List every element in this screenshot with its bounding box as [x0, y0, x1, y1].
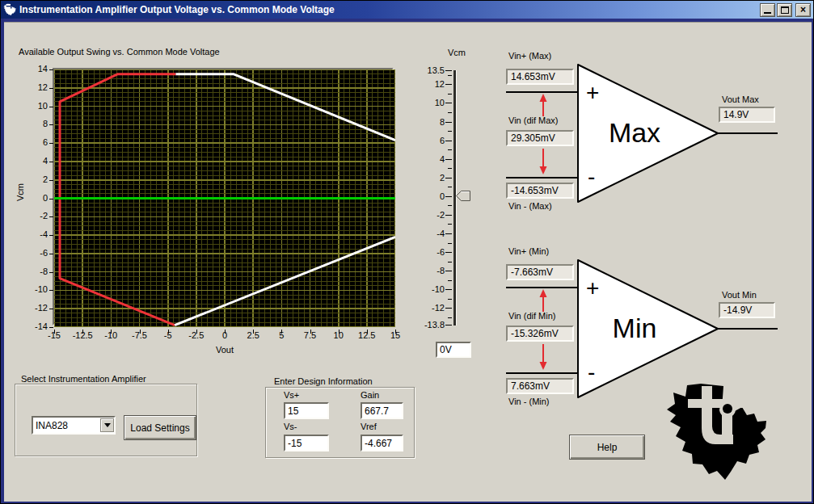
slider-tick-label: 12: [412, 79, 445, 89]
y-tick-label: -4: [15, 229, 48, 239]
vin-minus-max-label: Vin - (Max): [508, 201, 552, 211]
maximize-button[interactable]: [777, 3, 792, 17]
x-tick-mark: [168, 330, 169, 334]
gain-input[interactable]: [361, 402, 403, 419]
vcm-slider-label: Vcm: [441, 48, 473, 57]
x-tick-mark: [82, 330, 83, 334]
x-tick-mark: [111, 330, 112, 334]
vout-max-value: 14.9V: [719, 107, 775, 123]
vref-label: Vref: [361, 422, 377, 431]
slider-tick-mark: [445, 325, 452, 326]
slider-minor-tick: [448, 317, 452, 318]
vin-plus-max-value: 14.653mV: [506, 69, 574, 85]
titlebar[interactable]: Instrumentation Amplifier Output Voltage…: [1, 1, 813, 19]
app-window: Instrumentation Amplifier Output Voltage…: [0, 0, 814, 504]
slider-tick-mark: [445, 178, 452, 178]
slider-tick-label: 2: [412, 173, 445, 183]
y-tick-label: -14: [15, 321, 48, 331]
plot-canvas: [54, 69, 395, 327]
vin-plus-min-value: -7.663mV: [506, 264, 574, 280]
x-tick-mark: [281, 330, 282, 334]
help-button[interactable]: Help: [569, 435, 645, 460]
slider-tick-label: -8: [412, 266, 445, 275]
output-swing-plot: [53, 68, 394, 326]
load-settings-button[interactable]: Load Settings: [124, 415, 196, 440]
x-axis-label: Vout: [54, 345, 395, 355]
vin-plus-min-label: Vin+ (Min): [508, 246, 549, 256]
design-info-title: Enter Design Information: [274, 376, 373, 386]
x-tick-label: 10: [321, 330, 356, 340]
x-tick-mark: [253, 330, 254, 334]
y-axis-label: Vcm: [15, 176, 25, 208]
slider-tick-mark: [445, 159, 452, 160]
amp-min-name: Min: [578, 313, 691, 344]
slider-minor-tick: [448, 243, 452, 244]
x-tick-label: 2.5: [235, 330, 271, 340]
slider-tick-mark: [445, 103, 452, 103]
x-tick-mark: [54, 330, 55, 334]
window-title: Instrumentation Amplifier Output Voltage…: [19, 4, 758, 15]
y-tick-label: 4: [15, 156, 48, 166]
slider-minor-tick: [448, 131, 452, 132]
close-icon: ×: [800, 5, 806, 15]
vcm-value-input[interactable]: [436, 342, 471, 358]
slider-tick-mark: [445, 252, 452, 253]
plus-input-sign: +: [586, 80, 599, 105]
vin-dif-min-label: Vin (dif Min): [508, 311, 555, 321]
vin-minus-min-value: 7.663mV: [506, 378, 574, 394]
vs-plus-label: Vs+: [284, 390, 299, 400]
x-tick-mark: [367, 330, 368, 334]
minus-input-sign: -: [588, 359, 595, 384]
amplifier-dropdown-value: INA828: [33, 420, 100, 431]
slider-minor-tick: [448, 94, 452, 94]
y-tick-label: -8: [15, 267, 48, 276]
vs-minus-input[interactable]: [284, 435, 329, 452]
slider-tick-label: -13.8: [412, 320, 445, 330]
y-tick-label: 10: [15, 101, 48, 111]
x-tick-label: 15: [377, 330, 413, 340]
y-tick-label: 8: [15, 119, 48, 128]
y-tick-label: -10: [15, 284, 48, 294]
slider-minor-tick: [448, 75, 452, 76]
slider-tick-mark: [445, 308, 452, 309]
plus-input-sign: +: [586, 275, 599, 300]
amp-max-name: Max: [578, 117, 691, 149]
slider-tick-label: -2: [412, 210, 445, 220]
app-icon-ti-logo: [3, 3, 16, 16]
arrow-down-icon: [540, 149, 547, 174]
y-tick-mark: [49, 327, 53, 328]
dropdown-button[interactable]: [100, 418, 114, 432]
vs-minus-label: Vs-: [284, 422, 297, 431]
vs-plus-input[interactable]: [284, 402, 329, 419]
vin-plus-max-label: Vin+ (Max): [508, 51, 551, 61]
x-tick-label: -10: [93, 330, 129, 340]
minimize-button[interactable]: [760, 3, 775, 17]
vcm-slider-thumb[interactable]: [456, 191, 470, 201]
ti-logo: [664, 381, 769, 482]
x-tick-mark: [140, 330, 141, 334]
slider-tick-mark: [445, 289, 452, 290]
y-tick-label: 14: [15, 64, 48, 74]
x-tick-mark: [196, 330, 197, 334]
vout-max-label: Vout Max: [722, 94, 759, 104]
vref-input[interactable]: [361, 435, 403, 452]
close-button[interactable]: ×: [795, 3, 811, 17]
y-tick-label: -2: [15, 211, 48, 220]
y-tick-label: 6: [15, 137, 48, 147]
arrow-up-icon: [540, 289, 547, 312]
vin-minus-min-label: Vin - (Min): [508, 397, 550, 406]
minus-input-sign: -: [588, 164, 595, 189]
slider-minor-tick: [448, 299, 452, 300]
slider-tick-label: -10: [412, 284, 445, 294]
x-tick-mark: [310, 330, 311, 334]
slider-tick-mark: [445, 70, 452, 71]
x-tick-mark: [395, 330, 396, 334]
slider-minor-tick: [448, 149, 452, 150]
maximize-icon: [781, 6, 789, 14]
slider-tick-label: 6: [412, 136, 445, 145]
x-tick-label: 0: [207, 330, 243, 340]
amplifier-dropdown[interactable]: INA828: [32, 416, 116, 435]
x-tick-label: -15: [36, 330, 72, 340]
arrow-up-icon: [540, 94, 547, 116]
y-tick-label: -6: [15, 248, 48, 258]
